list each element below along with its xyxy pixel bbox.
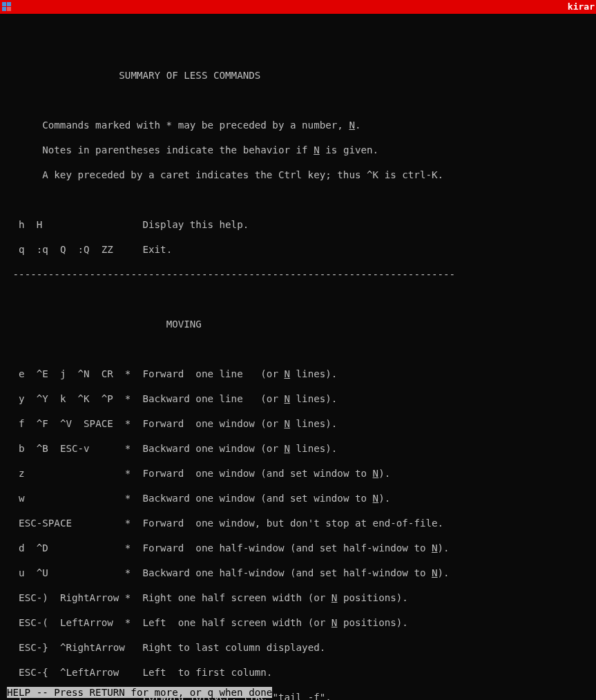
window-titlebar: kirar [0,0,596,14]
terminal-viewport[interactable]: SUMMARY OF LESS COMMANDS Commands marked… [0,14,596,700]
less-status-bar: HELP -- Press RETURN for more, or q when… [7,686,272,699]
divider: ----------------------------------------… [13,269,456,280]
help-title: SUMMARY OF LESS COMMANDS [119,70,260,81]
less-help-content: SUMMARY OF LESS COMMANDS Commands marked… [0,26,596,700]
titlebar-user-label: kirar [568,0,595,14]
moving-heading: MOVING [166,319,202,330]
window-manager-icon [1,1,12,12]
